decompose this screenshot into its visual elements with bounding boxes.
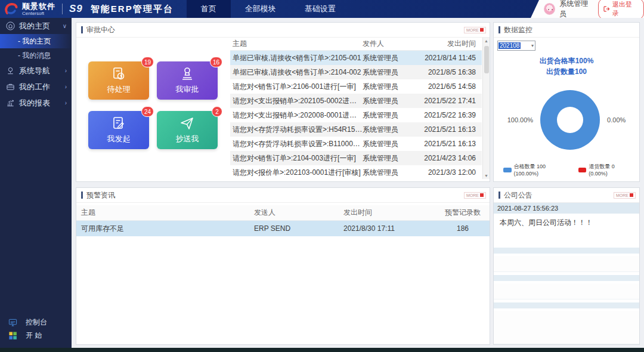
- initiated-count-badge: 24: [141, 106, 154, 117]
- console-button[interactable]: 控制台: [8, 316, 47, 329]
- tile-label: 我发起: [107, 134, 131, 144]
- title-accent-bar: [499, 26, 500, 33]
- top-nav: 首页 全部模块 基础设置: [187, 0, 350, 18]
- title-accent-bar: [81, 192, 83, 199]
- table-row[interactable]: 请您对<销售订单>:2104-003进行[一审] 系统管理员 2021/4/23…: [230, 151, 482, 165]
- console-monitor-icon: [8, 318, 17, 327]
- period-select[interactable]: 202108 ▾: [497, 41, 535, 51]
- announcement-row-empty: [494, 283, 639, 300]
- user-avatar[interactable]: [544, 3, 555, 15]
- donut-ring: [540, 90, 600, 150]
- data-monitor-title: 数据监控: [504, 25, 532, 35]
- tile-label: 我审批: [176, 84, 199, 95]
- announcement-date: 2021-08-27 15:56:23: [494, 203, 639, 214]
- table-row[interactable]: 请您对<存货浮动耗损率设置>:B11000001进行[审核] 系统管理员 202…: [230, 137, 482, 151]
- announcement-row-empty: [494, 256, 639, 273]
- sidebar-item-label: 我的工作: [19, 82, 50, 92]
- main-content: 审批中心 MORE 19: [72, 18, 644, 348]
- alert-row[interactable]: 可用库存不足 ERP SEND 2021/8/30 17:11 186: [76, 221, 490, 236]
- table-row[interactable]: 请您对<支出报销单>:202008-0001进行[审核] 系统管理员 2021/…: [230, 108, 482, 122]
- sidebar-item-my-home[interactable]: 我的主页 ∨: [0, 18, 72, 34]
- brand-name-cn: 顺景软件: [22, 2, 55, 10]
- chart-icon: [6, 98, 15, 107]
- tile-my-approvals[interactable]: 16 我审批: [157, 61, 218, 100]
- logout-button[interactable]: 退出登录: [598, 0, 644, 20]
- sidebar-item-my-work[interactable]: 我的工作 ›: [0, 79, 72, 95]
- top-bar: 顺景软件 Centersoft S9 智能ERP管理平台 首页 全部模块 基础设…: [0, 0, 644, 18]
- approval-more-button[interactable]: MORE: [464, 27, 486, 33]
- alerts-panel: 预警资讯 MORE 主题 发送人 发出时间 预警记录数 可用库存不足 ERP S…: [76, 187, 490, 345]
- pass-rate-text: 出货合格率100%: [497, 55, 636, 66]
- announcements-title: 公司公告: [504, 190, 532, 200]
- table-row[interactable]: 请您对<支出报销单>:202105-0002进行[审核] 系统管理员 2021/…: [230, 94, 482, 108]
- announcements-panel: 公司公告 MORE 2021-08-27 15:56:23 本周六、周日公司活动…: [493, 187, 640, 345]
- doc-edit-icon: [111, 116, 126, 131]
- tile-initiated-by-me[interactable]: 24 我发起: [88, 111, 149, 149]
- sidebar: 我的主页 ∨ - 我的主页 - 我的消息 系统导航 › 我的工作 › 我的报表: [0, 18, 72, 348]
- sidebar-sub-my-home[interactable]: - 我的主页: [0, 34, 72, 48]
- scrollbar-thumb[interactable]: [484, 46, 489, 73]
- announcement-row-empty: [494, 302, 639, 308]
- announcement-text[interactable]: 本周六、周日公司活动！！！: [494, 214, 639, 245]
- scroll-down-icon[interactable]: ▼: [484, 174, 488, 178]
- sidebar-footer: 控制台 开 始: [8, 316, 47, 342]
- product-title: 智能ERP管理平台: [91, 4, 174, 15]
- tile-cc-to-me[interactable]: 2 抄送我: [157, 111, 218, 149]
- chevron-right-icon: ›: [65, 100, 67, 106]
- title-accent-bar: [81, 26, 83, 33]
- cc-count-badge: 2: [212, 106, 222, 117]
- col-subject: 主题: [76, 208, 254, 218]
- sidebar-item-system-nav[interactable]: 系统导航 ›: [0, 63, 72, 79]
- approval-center-panel: 审批中心 MORE 19: [76, 22, 490, 182]
- logout-label: 退出登录: [612, 0, 637, 18]
- legend-swatch-blue: [503, 168, 512, 172]
- sidebar-item-my-reports[interactable]: 我的报表 ›: [0, 95, 72, 111]
- announcement-row-empty: [494, 275, 639, 281]
- sidebar-sub-my-messages[interactable]: - 我的消息: [0, 48, 72, 63]
- tile-pending[interactable]: 19 待处理: [88, 61, 149, 100]
- brand-logo: 顺景软件 Centersoft S9 智能ERP管理平台: [0, 0, 179, 18]
- chevron-right-icon: ›: [65, 67, 67, 74]
- table-row[interactable]: 请您对<存货浮动耗损率设置>:H54R15006002进行[审核] 系统管理员 …: [230, 122, 482, 137]
- home-icon: [6, 21, 15, 30]
- scroll-up-icon[interactable]: ▲: [484, 39, 488, 43]
- col-sent-time: 发出时间: [343, 208, 436, 218]
- table-row[interactable]: 请您对<销售订单>:2106-001进行[一审] 系统管理员 2021/6/5 …: [230, 79, 482, 94]
- my-approvals-count-badge: 16: [210, 57, 222, 67]
- tab-all-modules[interactable]: 全部模块: [231, 0, 290, 18]
- data-monitor-panel: 数据监控 202108 ▾ 出货合格率100% 出货数量100 100.00% …: [493, 22, 640, 182]
- col-sender: 发送人: [254, 208, 343, 218]
- bottom-bar: [0, 348, 644, 352]
- table-scrollbar[interactable]: ▲ ▼: [482, 38, 490, 179]
- alerts-title: 预警资讯: [86, 190, 115, 200]
- donut-right-label: 0.00%: [607, 116, 626, 123]
- alerts-more-button[interactable]: MORE: [464, 192, 486, 199]
- legend-returned[interactable]: 退货数量 0 (0.00%): [578, 163, 633, 177]
- briefcase-icon: [6, 82, 15, 91]
- stamp-icon: [179, 66, 195, 82]
- tab-basic-settings[interactable]: 基础设置: [290, 0, 350, 18]
- announcement-row-empty: [494, 311, 639, 344]
- announcements-more-button[interactable]: MORE: [614, 192, 636, 199]
- start-grid-icon: [8, 331, 17, 340]
- chevron-down-icon: ▾: [531, 43, 535, 48]
- chart-legend: 合格数量 100 (100.00%) 退货数量 0 (0.00%): [497, 163, 636, 179]
- legend-qualified[interactable]: 合格数量 100 (100.00%): [503, 163, 570, 177]
- table-row[interactable]: 请您对<报价单>:202103-0001进行[审核] 系统管理员 2021/3/…: [230, 165, 482, 180]
- tile-label: 抄送我: [176, 134, 199, 144]
- tile-label: 待处理: [107, 84, 131, 95]
- donut-chart: 100.00% 0.00%: [497, 77, 636, 163]
- col-sent-time: 发出时间: [417, 39, 482, 49]
- table-row[interactable]: 单据已审核,请接收<销售订单>:2104-002 系统管理员 2021/8/5 …: [230, 65, 482, 79]
- pending-count-badge: 19: [141, 57, 154, 67]
- chevron-down-icon: ∨: [63, 23, 67, 29]
- tab-home[interactable]: 首页: [187, 0, 231, 18]
- approval-center-title: 审批中心: [86, 25, 115, 35]
- start-label: 开 始: [26, 331, 42, 341]
- period-value: 202108: [499, 42, 521, 49]
- table-row[interactable]: 单据已审核,请接收<销售订单>:2105-001 系统管理员 2021/8/14…: [230, 51, 482, 65]
- start-button[interactable]: 开 始: [8, 329, 47, 342]
- col-sender: 发件人: [363, 39, 417, 49]
- username-label: 系统管理员: [559, 0, 594, 19]
- more-icon: [480, 193, 484, 197]
